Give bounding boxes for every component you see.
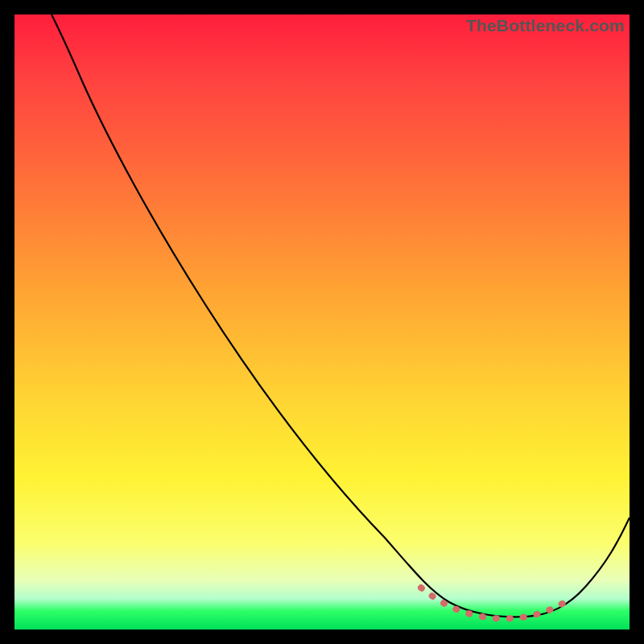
bottleneck-curve-line <box>52 14 630 617</box>
watermark-text: TheBottleneck.com <box>466 16 625 35</box>
chart-frame: TheBottleneck.com <box>0 0 644 644</box>
optimal-range-dots <box>421 588 570 618</box>
chart-plot-area: TheBottleneck.com <box>14 14 630 630</box>
bottleneck-curve-svg <box>14 14 630 630</box>
